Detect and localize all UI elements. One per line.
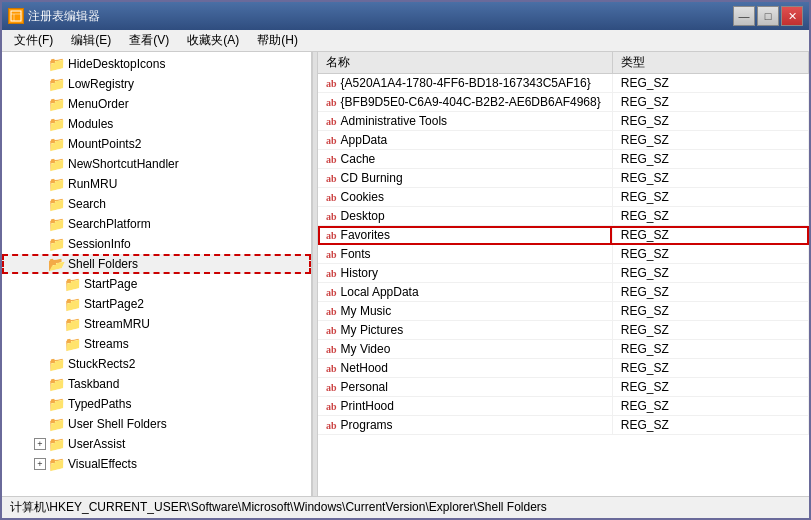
folder-icon: 📁: [48, 176, 65, 192]
value-row[interactable]: abLocal AppData REG_SZ: [318, 283, 809, 302]
value-row[interactable]: abHistory REG_SZ: [318, 264, 809, 283]
tree-item-newshortcuthandler[interactable]: 📁 NewShortcutHandler: [2, 154, 311, 174]
value-name: abPersonal: [318, 378, 612, 397]
value-name: ab{BFB9D5E0-C6A9-404C-B2B2-AE6DB6AF4968}: [318, 93, 612, 112]
value-row[interactable]: ab{BFB9D5E0-C6A9-404C-B2B2-AE6DB6AF4968}…: [318, 93, 809, 112]
tree-item-hidedesktopicons[interactable]: 📁 HideDesktopIcons: [2, 54, 311, 74]
value-type: REG_SZ: [612, 359, 808, 378]
value-type: REG_SZ: [612, 93, 808, 112]
col-name-header[interactable]: 名称: [318, 52, 612, 74]
value-type: REG_SZ: [612, 397, 808, 416]
folder-icon: 📁: [48, 56, 65, 72]
value-type: REG_SZ: [612, 321, 808, 340]
tree-item-streams[interactable]: 📁 Streams: [2, 334, 311, 354]
menu-bar: 文件(F) 编辑(E) 查看(V) 收藏夹(A) 帮助(H): [2, 30, 809, 52]
value-name: abFonts: [318, 245, 612, 264]
tree-item-startpage2[interactable]: 📁 StartPage2: [2, 294, 311, 314]
value-row[interactable]: abCache REG_SZ: [318, 150, 809, 169]
value-row[interactable]: abPersonal REG_SZ: [318, 378, 809, 397]
values-table: 名称 类型 ab{A520A1A4-1780-4FF6-BD18-167343C…: [318, 52, 809, 435]
value-type: REG_SZ: [612, 112, 808, 131]
value-row[interactable]: abMy Pictures REG_SZ: [318, 321, 809, 340]
value-row[interactable]: abMy Music REG_SZ: [318, 302, 809, 321]
window-controls: — □ ✕: [733, 6, 803, 26]
value-row[interactable]: ab{A520A1A4-1780-4FF6-BD18-167343C5AF16}…: [318, 74, 809, 93]
tree-item-userassist[interactable]: + 📁 UserAssist: [2, 434, 311, 454]
folder-icon: 📁: [48, 76, 65, 92]
menu-file[interactable]: 文件(F): [6, 30, 61, 51]
tree-item-runmru[interactable]: 📁 RunMRU: [2, 174, 311, 194]
expand-icon[interactable]: +: [34, 458, 46, 470]
folder-icon: 📁: [48, 156, 65, 172]
tree-item-streammru[interactable]: 📁 StreamMRU: [2, 314, 311, 334]
folder-icon: 📁: [48, 356, 65, 372]
minimize-button[interactable]: —: [733, 6, 755, 26]
value-name: abCD Burning: [318, 169, 612, 188]
value-name: abMy Music: [318, 302, 612, 321]
tree-item-modules[interactable]: 📁 Modules: [2, 114, 311, 134]
close-button[interactable]: ✕: [781, 6, 803, 26]
value-type: REG_SZ: [612, 245, 808, 264]
value-name: abMy Video: [318, 340, 612, 359]
value-name: abCache: [318, 150, 612, 169]
value-row[interactable]: abDesktop REG_SZ: [318, 207, 809, 226]
status-path: 计算机\HKEY_CURRENT_USER\Software\Microsoft…: [10, 499, 547, 516]
value-type: REG_SZ: [612, 74, 808, 93]
folder-icon: 📁: [64, 316, 81, 332]
tree-item-stuckrects2[interactable]: 📁 StuckRects2: [2, 354, 311, 374]
tree-item-lowregistry[interactable]: 📁 LowRegistry: [2, 74, 311, 94]
tree-item-taskband[interactable]: 📁 Taskband: [2, 374, 311, 394]
value-row[interactable]: abNetHood REG_SZ: [318, 359, 809, 378]
status-bar: 计算机\HKEY_CURRENT_USER\Software\Microsoft…: [2, 496, 809, 518]
value-row[interactable]: abAdministrative Tools REG_SZ: [318, 112, 809, 131]
maximize-button[interactable]: □: [757, 6, 779, 26]
value-name: abHistory: [318, 264, 612, 283]
folder-icon: 📁: [48, 136, 65, 152]
tree-item-searchplatform[interactable]: 📁 SearchPlatform: [2, 214, 311, 234]
value-row[interactable]: abPrograms REG_SZ: [318, 416, 809, 435]
value-row[interactable]: abPrintHood REG_SZ: [318, 397, 809, 416]
value-row-favorites[interactable]: abFavorites REG_SZ: [318, 226, 809, 245]
tree-item-visualeffects[interactable]: + 📁 VisualEffects: [2, 454, 311, 474]
value-row[interactable]: abAppData REG_SZ: [318, 131, 809, 150]
value-row[interactable]: abCookies REG_SZ: [318, 188, 809, 207]
tree-item-mountpoints2[interactable]: 📁 MountPoints2: [2, 134, 311, 154]
tree-item-user-shell-folders[interactable]: 📁 User Shell Folders: [2, 414, 311, 434]
tree-item-startpage[interactable]: 📁 StartPage: [2, 274, 311, 294]
tree-item-sessioninfo[interactable]: 📁 SessionInfo: [2, 234, 311, 254]
value-type: REG_SZ: [612, 283, 808, 302]
col-type-header[interactable]: 类型: [612, 52, 808, 74]
registry-tree[interactable]: 📁 HideDesktopIcons 📁 LowRegistry 📁 MenuO…: [2, 52, 312, 496]
app-icon: [8, 8, 24, 24]
value-type: REG_SZ: [612, 264, 808, 283]
tree-item-search[interactable]: 📁 Search: [2, 194, 311, 214]
value-name: abAdministrative Tools: [318, 112, 612, 131]
value-row[interactable]: abFonts REG_SZ: [318, 245, 809, 264]
value-name: ab{A520A1A4-1780-4FF6-BD18-167343C5AF16}: [318, 74, 612, 93]
menu-help[interactable]: 帮助(H): [249, 30, 306, 51]
registry-values[interactable]: 名称 类型 ab{A520A1A4-1780-4FF6-BD18-167343C…: [318, 52, 809, 496]
tree-item-typedpaths[interactable]: 📁 TypedPaths: [2, 394, 311, 414]
value-name: abMy Pictures: [318, 321, 612, 340]
value-name: abPrograms: [318, 416, 612, 435]
value-type: REG_SZ: [612, 150, 808, 169]
folder-icon: 📁: [48, 96, 65, 112]
value-row[interactable]: abMy Video REG_SZ: [318, 340, 809, 359]
expand-icon[interactable]: +: [34, 438, 46, 450]
svg-rect-0: [11, 11, 21, 21]
value-type-favorites: REG_SZ: [612, 226, 808, 245]
menu-view[interactable]: 查看(V): [121, 30, 177, 51]
folder-icon: 📁: [64, 336, 81, 352]
value-row[interactable]: abCD Burning REG_SZ: [318, 169, 809, 188]
folder-icon: 📁: [48, 456, 65, 472]
menu-edit[interactable]: 编辑(E): [63, 30, 119, 51]
value-name: abAppData: [318, 131, 612, 150]
value-type: REG_SZ: [612, 378, 808, 397]
value-name-favorites: abFavorites: [318, 226, 612, 245]
folder-icon: 📁: [48, 116, 65, 132]
value-type: REG_SZ: [612, 340, 808, 359]
menu-favorites[interactable]: 收藏夹(A): [179, 30, 247, 51]
tree-item-shell-folders[interactable]: 📂 Shell Folders: [2, 254, 311, 274]
folder-icon: 📁: [48, 376, 65, 392]
tree-item-menuorder[interactable]: 📁 MenuOrder: [2, 94, 311, 114]
